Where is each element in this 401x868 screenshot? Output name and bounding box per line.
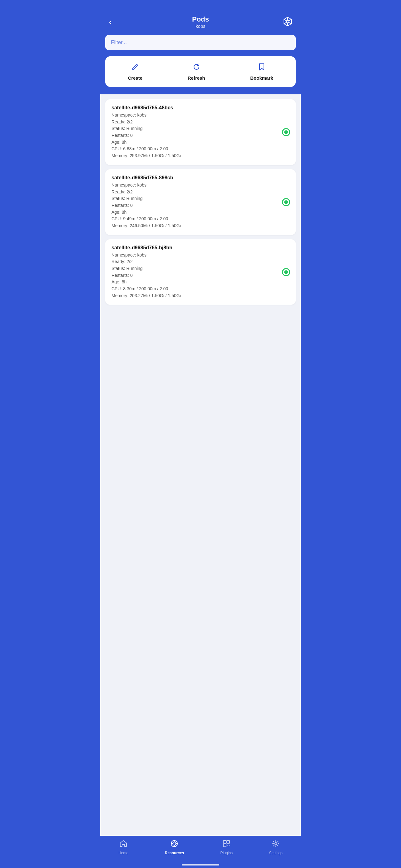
status-indicator [282,268,290,276]
cluster-icon [282,17,293,27]
filter-container [100,32,301,56]
bottom-nav: Home Resources Plugins [100,836,301,864]
nav-home-label: Home [119,851,128,855]
pod-card[interactable]: satellite-d9685d765-898cb Namespace: kob… [105,169,296,235]
status-indicator [282,128,290,136]
page-title: Pods [192,15,209,24]
pod-list: satellite-d9685d765-48bcs Namespace: kob… [100,94,301,836]
svg-rect-15 [227,840,230,843]
create-button[interactable]: Create [120,62,150,81]
svg-line-6 [289,19,292,21]
svg-point-9 [173,842,176,845]
bookmark-icon [257,62,266,73]
home-indicator [100,864,301,868]
bookmark-button[interactable]: Bookmark [243,62,280,81]
svg-point-1 [287,20,289,23]
pod-details: Namespace: kobs Ready: 2/2 Status: Runni… [111,112,278,159]
pod-details: Namespace: kobs Ready: 2/2 Status: Runni… [111,182,278,229]
status-dot [284,200,288,204]
pod-info: satellite-d9685d765-898cb Namespace: kob… [111,175,278,229]
refresh-button[interactable]: Refresh [180,62,213,81]
pod-name: satellite-d9685d765-48bcs [111,105,278,111]
pod-name: satellite-d9685d765-hj8bh [111,245,278,251]
action-bar-wrapper: Create Refresh Bookmark [100,56,301,94]
pod-details: Namespace: kobs Ready: 2/2 Status: Runni… [111,252,278,299]
svg-rect-14 [223,840,226,843]
plugins-icon [222,840,231,849]
cluster-settings-button[interactable] [282,16,293,28]
status-dot [284,130,288,134]
status-indicator [282,198,290,206]
pencil-icon [131,62,140,73]
filter-input[interactable] [105,35,296,50]
nav-settings-label: Settings [269,851,282,855]
nav-resources[interactable]: Resources [160,840,189,855]
nav-plugins[interactable]: Plugins [215,840,238,855]
svg-line-4 [284,19,287,21]
create-label: Create [128,75,142,81]
bookmark-label: Bookmark [250,75,273,81]
refresh-icon [192,62,201,73]
status-dot [284,270,288,274]
page-subtitle: kobs [192,24,209,29]
pod-name: satellite-d9685d765-898cb [111,175,278,181]
nav-settings[interactable]: Settings [264,840,287,855]
refresh-label: Refresh [188,75,205,81]
pod-card[interactable]: satellite-d9685d765-48bcs Namespace: kob… [105,99,296,165]
header-center: Pods kobs [192,15,209,29]
svg-line-5 [289,22,292,24]
home-bar [182,864,219,866]
pod-info: satellite-d9685d765-hj8bh Namespace: kob… [111,245,278,299]
svg-line-7 [284,22,287,24]
home-icon [119,840,127,849]
nav-home[interactable]: Home [113,840,133,855]
nav-resources-label: Resources [165,851,184,855]
header: ‹ Pods kobs [100,0,301,32]
svg-point-17 [275,843,277,845]
resources-icon [170,840,178,849]
nav-plugins-label: Plugins [221,851,233,855]
back-button[interactable]: ‹ [108,17,113,27]
pod-info: satellite-d9685d765-48bcs Namespace: kob… [111,105,278,159]
action-bar: Create Refresh Bookmark [105,56,296,87]
settings-icon [272,840,280,849]
pod-card[interactable]: satellite-d9685d765-hj8bh Namespace: kob… [105,239,296,305]
svg-rect-16 [223,844,226,847]
